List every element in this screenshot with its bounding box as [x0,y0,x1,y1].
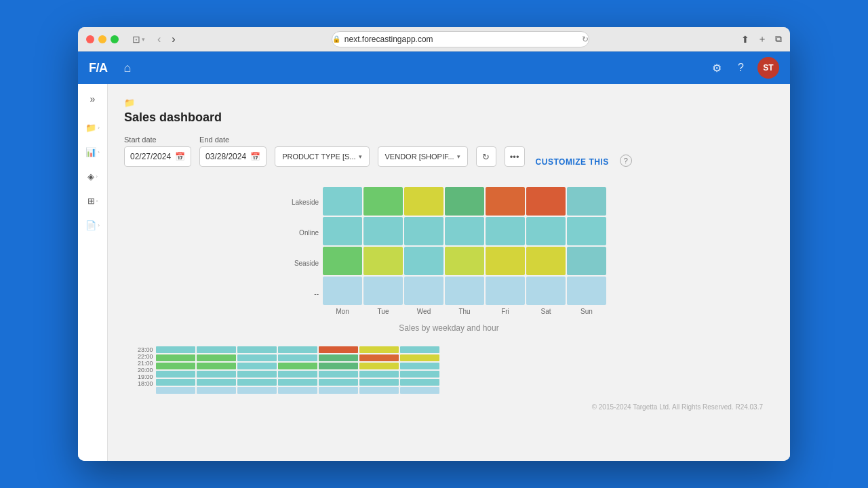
start-date-label: Start date [124,136,191,144]
forward-button[interactable]: › [167,32,179,47]
heatmap2-cell [400,387,439,394]
heatmap2-cell [359,379,399,386]
sidebar-item-chart[interactable]: 📊 › [81,141,105,163]
chart2-container: 23:0022:0021:0020:0019:0018:00 [124,346,774,401]
heatmap2-row [156,387,439,394]
app-topbar: F/A ⌂ ⚙ ? ST [78,52,790,84]
y-label-lakeside: Lakeside [292,199,319,206]
x-label: Sat [526,308,566,315]
user-avatar[interactable]: ST [757,57,779,79]
heatmap2-cell [319,346,358,353]
calendar-icon[interactable]: 📅 [175,152,185,161]
heatmap2-cell [319,363,358,369]
heatmap2-cell [400,363,439,369]
y-label2: 22:00 [138,354,153,360]
sidebar-item-doc[interactable]: 📄 › [81,214,105,236]
refresh-icon[interactable]: ↻ [582,35,589,44]
sidebar: » 📁 › 📊 › ◈ › ⊞ › 📄 [78,84,108,461]
address-bar[interactable]: 🔒 next.forecastingapp.com ↻ [332,31,589,47]
heatmap2-cell [156,346,195,353]
heatmap-cell [445,247,484,275]
end-date-group: End date 03/28/2024 📅 [199,136,267,167]
heatmap2-cell [278,379,317,386]
heatmap-cell [526,277,566,305]
heatmap-cell [404,217,443,245]
heatmap2-row [156,346,439,353]
heatmap-cell [445,277,484,305]
heatmap2-cell [278,387,317,394]
more-options-button[interactable]: ••• [505,146,525,167]
heatmap2-cell [319,354,358,361]
heatmap2-cell [197,387,236,394]
home-button[interactable]: ⌂ [124,61,132,75]
maximize-button[interactable] [111,35,119,43]
heatmap-cell [404,187,443,216]
end-date-label: End date [199,136,267,144]
new-tab-button[interactable]: ＋ [757,33,767,45]
heatmap-cell [363,247,403,275]
customize-button[interactable]: CUStoMize ThIS [533,157,612,167]
calendar-icon-2[interactable]: 📅 [250,152,260,161]
settings-button[interactable]: ⚙ [709,59,724,77]
chevron-right-icon: › [98,125,100,131]
product-type-filter[interactable]: PRODUCT TYPE [S... ▾ [275,146,369,167]
heatmap2-cell [359,371,399,378]
heatmap2-cell [278,346,317,353]
heatmap2-cell [400,379,439,386]
vendor-filter[interactable]: VENDOR [SHOPIF... ▾ [378,146,468,167]
heatmap-cell [323,277,362,305]
heatmap2-cell [237,371,277,378]
browser-actions: ⬆ ＋ ⧉ [741,33,782,45]
end-date-input[interactable]: 03/28/2024 📅 [199,146,267,167]
heatmap2-cell [400,346,439,353]
start-date-input[interactable]: 02/27/2024 📅 [124,146,191,167]
heatmap2-cell [319,379,358,386]
heatmap2-ylabels: 23:0022:0021:0020:0019:0018:00 [138,346,156,387]
y-label2: 23:00 [138,347,153,353]
help-icon[interactable]: ? [620,155,632,167]
heatmap-cell [526,217,566,245]
y-label-online: Online [292,230,319,237]
heatmap2-cell [156,354,195,361]
app-body: » 📁 › 📊 › ◈ › ⊞ › 📄 [78,84,790,461]
chevron-right-icon: › [98,222,100,228]
sidebar-item-folder[interactable]: 📁 › [81,117,105,138]
chart1-container: Lakeside Online Seaside -- MonTueWedThuF… [124,180,774,346]
heatmap2-cell [237,346,277,353]
close-button[interactable] [86,35,94,43]
tabs-button[interactable]: ⧉ [775,33,782,45]
heatmap2-cell [278,363,317,369]
heatmap-cell [363,187,403,216]
folder-icon: 📁 [85,123,96,133]
sidebar-item-cube[interactable]: ◈ › [81,165,105,187]
minimize-button[interactable] [98,35,106,43]
page-title: Sales dashboard [124,110,774,125]
main-content: 📁 Sales dashboard Start date 02/27/2024 … [108,84,790,461]
y-label2: 20:00 [138,367,153,373]
x-label: Tue [363,308,403,315]
refresh-button[interactable]: ↻ [476,146,496,167]
browser-window: ⊡ ▾ ‹ › 🔒 next.forecastingapp.com ↻ ⬆ ＋ … [78,27,790,461]
chevron-right-icon: › [98,149,100,155]
y-label2: 21:00 [138,361,153,367]
heatmap-cell [567,247,606,275]
address-bar-wrap: 🔒 next.forecastingapp.com ↻ [185,31,736,47]
heatmap-cell [363,217,403,245]
sidebar-item-grid[interactable]: ⊞ › [81,190,105,211]
heatmap1-grid: MonTueWedThuFriSatSun [323,187,606,315]
heatmap2-cell [359,346,399,353]
heatmap-cell [486,247,525,275]
share-button[interactable]: ⬆ [741,34,749,45]
back-button[interactable]: ‹ [153,32,165,47]
heatmap2-cell [400,354,439,361]
heatmap2-cell [278,371,317,378]
heatmap1-row [323,187,606,216]
heatmap-cell [323,247,362,275]
heatmap2-cell [156,387,195,394]
heatmap-cell [567,187,606,216]
end-date-value: 03/28/2024 [205,152,246,161]
sidebar-toggle-button[interactable]: ⊡ ▾ [130,33,148,46]
help-button[interactable]: ? [735,59,747,77]
sidebar-collapse-button[interactable]: » [82,89,104,108]
heatmap-cell [445,217,484,245]
